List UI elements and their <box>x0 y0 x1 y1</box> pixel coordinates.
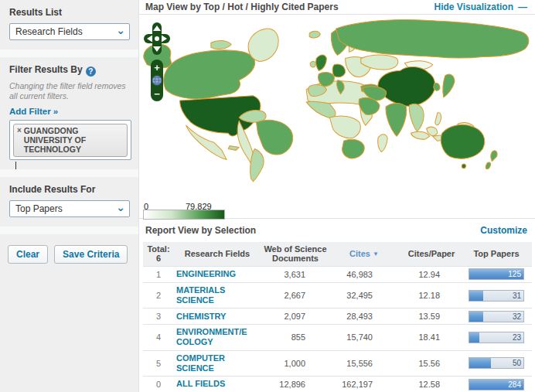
customize-link[interactable]: Customize <box>480 225 527 236</box>
results-list-label: Results List <box>9 7 129 18</box>
cites-per-paper-cell: 12.18 <box>398 291 465 300</box>
table-row: 2 MATERIALS SCIENCE 2,667 32,495 12.18 3… <box>143 282 532 308</box>
filter-input-box[interactable]: × GUANGDONG UNIVERSITY OF TECHNOLOGY <box>9 120 131 160</box>
map-region-south-africa <box>342 139 365 159</box>
sort-descending-icon: ▼ <box>373 251 379 257</box>
zoom-out-button[interactable]: − <box>154 88 160 100</box>
cites-cell: 15,740 <box>330 332 398 342</box>
section-divider <box>0 227 138 234</box>
include-results-dropdown[interactable]: Top Papers ⌄ <box>9 200 130 217</box>
col-top-papers: Top Papers <box>465 247 528 261</box>
filter-tag: × GUANGDONG UNIVERSITY OF TECHNOLOGY <box>13 124 128 157</box>
top-papers-bar: 32 <box>469 311 524 322</box>
results-table: Total: 6 Research Fields Web of Science … <box>143 242 532 392</box>
results-list-section: Results List Research Fields ⌄ <box>0 0 138 49</box>
docs-cell: 2,667 <box>261 291 330 300</box>
rank-cell: 1 <box>143 270 174 279</box>
field-link[interactable]: MATERIALS SCIENCE <box>174 283 261 308</box>
top-papers-bar: 125 <box>469 268 524 280</box>
map-region-russia <box>336 19 528 57</box>
legend-gradient-bar <box>143 210 225 220</box>
include-results-label: Include Results For <box>9 184 129 195</box>
cites-cell: 32,495 <box>330 291 398 300</box>
top-papers-cell: 125 <box>465 268 528 280</box>
map-region-argentina <box>250 148 264 181</box>
rank-cell: 5 <box>143 359 174 368</box>
top-papers-bar: 50 <box>469 357 524 369</box>
map-region-sumatra-java <box>411 131 429 139</box>
cites-cell: 28,493 <box>330 312 398 321</box>
filter-tag-label: GUANGDONG UNIVERSITY OF TECHNOLOGY <box>24 126 124 154</box>
globe-icon[interactable] <box>152 76 162 85</box>
sidebar-actions-section: Clear Save Criteria <box>0 234 138 392</box>
map-panel-header: Map View by Top / Hot / Highly Cited Pap… <box>139 0 535 15</box>
filter-note: Changing the filter field removes all cu… <box>9 81 129 101</box>
map-region-india <box>386 103 407 136</box>
remove-filter-icon[interactable]: × <box>17 126 22 154</box>
top-papers-bar: 284 <box>469 379 524 390</box>
docs-cell: 2,097 <box>261 312 330 321</box>
field-link[interactable]: COMPUTER SCIENCE <box>174 351 261 376</box>
docs-cell: 1,000 <box>261 359 330 368</box>
hide-visualization-link[interactable]: Hide Visualization — <box>434 2 527 12</box>
map-panel-title: Map View by Top / Hot / Highly Cited Pap… <box>145 2 339 12</box>
field-link[interactable]: ALL FIELDS <box>174 377 261 391</box>
chevron-down-icon: ⌄ <box>116 26 125 34</box>
add-filter-link[interactable]: Add Filter » <box>9 107 58 116</box>
map-region-indochina <box>409 104 424 131</box>
col-cites-per-paper: Cites/Paper <box>398 247 465 261</box>
map-region-iceland <box>309 31 320 38</box>
rank-cell: 2 <box>143 291 174 300</box>
table-row: 0 ALL FIELDS 12,896 162,197 12.58 284 <box>143 376 532 392</box>
map-region-tasmania <box>462 164 465 169</box>
top-papers-cell: 23 <box>465 332 528 343</box>
map-region-brazil <box>256 120 292 155</box>
results-list-value: Research Fields <box>15 26 83 37</box>
map-region-caribbean <box>228 145 239 150</box>
rank-cell: 4 <box>143 332 174 342</box>
top-papers-cell: 31 <box>465 290 528 302</box>
table-row: 4 ENVIRONMENT/E COLOGY 855 15,740 18.41 … <box>143 324 532 349</box>
map-region-canada <box>164 50 255 99</box>
pan-center-dot[interactable] <box>155 36 159 41</box>
map-region-madagascar <box>378 135 387 152</box>
top-papers-bar: 23 <box>469 332 524 343</box>
field-link[interactable]: ENGINEERING <box>174 267 261 281</box>
col-cites-sortable[interactable]: Cites ▼ <box>330 247 398 261</box>
cites-cell: 162,197 <box>330 380 398 389</box>
cites-cell: 15,556 <box>330 359 398 368</box>
table-row: 3 CHEMISTRY 2,097 28,493 13.59 32 <box>143 308 532 324</box>
field-link[interactable]: ENVIRONMENT/E COLOGY <box>174 325 261 349</box>
table-row: 1 ENGINEERING 3,631 46,983 12.94 125 <box>143 266 532 282</box>
filters-sidebar: Results List Research Fields ⌄ Filter Re… <box>0 0 139 392</box>
zoom-in-button[interactable]: + <box>154 62 160 73</box>
world-map-svg <box>139 15 535 203</box>
map-region-arctic-islands <box>211 40 231 49</box>
rank-cell: 3 <box>143 312 174 321</box>
help-icon[interactable]: ? <box>86 66 96 77</box>
map-navigation-controls[interactable]: + − <box>142 22 172 103</box>
top-papers-cell: 284 <box>465 379 528 390</box>
save-criteria-button[interactable]: Save Criteria <box>54 245 128 264</box>
map-region-australia <box>441 124 484 159</box>
top-papers-bar: 31 <box>469 290 524 302</box>
field-link[interactable]: CHEMISTRY <box>174 309 261 324</box>
cites-per-paper-cell: 13.59 <box>398 312 465 321</box>
cites-per-paper-cell: 18.41 <box>398 332 465 342</box>
map-region-greenland <box>248 29 278 61</box>
map-region-china <box>378 66 435 106</box>
map-region-japan <box>443 74 455 97</box>
top-papers-cell: 50 <box>465 357 528 369</box>
table-row: 5 COMPUTER SCIENCE 1,000 15,556 15.56 50 <box>143 350 532 376</box>
docs-cell: 12,896 <box>261 380 330 389</box>
world-choropleth-map[interactable]: + − <box>139 15 535 203</box>
map-region-philippines <box>435 113 441 125</box>
clear-button[interactable]: Clear <box>8 245 48 264</box>
filter-results-section: Filter Results By? Changing the filter f… <box>0 57 138 169</box>
minus-icon: — <box>518 2 527 12</box>
map-region-central-africa <box>329 116 360 138</box>
results-list-dropdown[interactable]: Research Fields ⌄ <box>9 23 130 40</box>
top-papers-cell: 32 <box>465 311 528 322</box>
map-region-new-zealand <box>486 151 497 169</box>
cites-per-paper-cell: 12.58 <box>398 380 465 389</box>
